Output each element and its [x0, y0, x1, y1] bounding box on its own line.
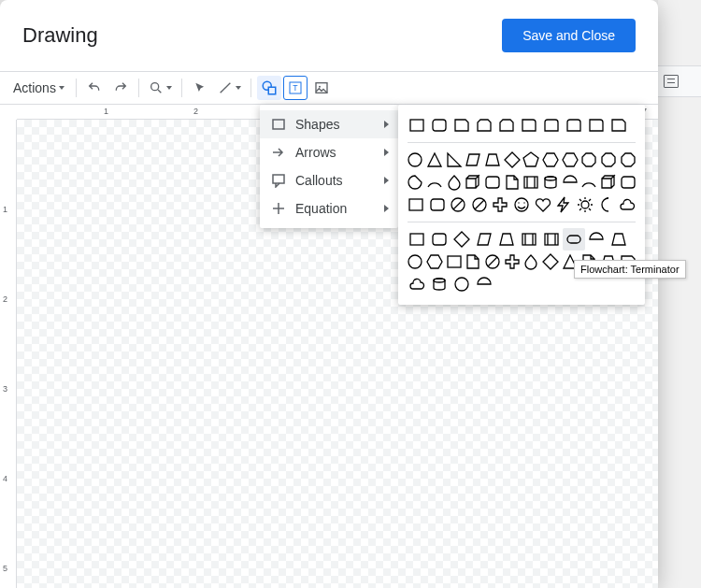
shape-option[interactable] — [448, 194, 469, 216]
shape-option[interactable] — [473, 114, 495, 136]
zoom-button[interactable] — [145, 76, 176, 100]
shape-option[interactable] — [425, 171, 445, 194]
shape-option[interactable] — [427, 194, 449, 216]
svg-point-13 — [408, 153, 422, 166]
shape-option[interactable] — [585, 114, 608, 136]
shape-option[interactable] — [579, 149, 599, 171]
shape-option[interactable] — [541, 149, 561, 171]
shape-category-menu: Shapes Arrows Callouts Equation — [260, 105, 398, 228]
menu-item-shapes[interactable]: Shapes — [260, 110, 398, 138]
shape-option[interactable] — [553, 194, 575, 216]
menu-item-equation[interactable]: Equation — [260, 194, 398, 222]
shape-option[interactable] — [451, 228, 473, 251]
shape-option[interactable] — [502, 171, 522, 194]
shape-option[interactable] — [541, 251, 561, 273]
save-and-close-button[interactable]: Save and Close — [502, 19, 636, 52]
svg-rect-15 — [524, 177, 537, 188]
shape-option[interactable] — [560, 149, 579, 171]
svg-rect-19 — [622, 177, 635, 188]
shape-option[interactable] — [574, 194, 595, 216]
undo-button[interactable] — [82, 76, 107, 100]
svg-line-1 — [158, 90, 161, 93]
shape-option[interactable] — [444, 251, 464, 273]
shape-option[interactable] — [444, 171, 464, 194]
svg-rect-21 — [431, 199, 444, 210]
shape-option[interactable] — [522, 149, 541, 171]
actions-menu-button[interactable]: Actions — [7, 76, 70, 100]
shape-option[interactable] — [618, 171, 637, 194]
image-tool-button[interactable] — [309, 76, 334, 100]
shape-option[interactable] — [483, 251, 503, 273]
docs-indent-decrease-button[interactable] — [664, 75, 679, 88]
select-tool-button[interactable] — [188, 76, 212, 100]
shape-option[interactable] — [495, 114, 518, 136]
shape-option[interactable] — [540, 228, 563, 251]
shape-option[interactable] — [428, 228, 451, 251]
submenu-arrow-icon — [384, 149, 389, 156]
svg-rect-31 — [433, 234, 446, 245]
shape-option[interactable] — [425, 251, 445, 273]
shape-option[interactable] — [473, 228, 495, 251]
shape-option[interactable] — [616, 194, 637, 216]
equation-icon — [271, 201, 286, 216]
shape-option[interactable] — [464, 149, 483, 171]
shape-option[interactable] — [406, 171, 425, 194]
shape-option[interactable] — [522, 251, 541, 273]
shape-option[interactable] — [425, 149, 445, 171]
svg-point-0 — [151, 83, 159, 91]
shape-option[interactable] — [540, 114, 563, 136]
line-tool-button[interactable] — [214, 76, 245, 100]
shape-option[interactable] — [608, 228, 630, 251]
shape-option[interactable] — [599, 149, 619, 171]
shape-option[interactable] — [618, 149, 637, 171]
shape-option[interactable] — [469, 194, 491, 216]
shape-option[interactable] — [532, 194, 553, 216]
shape-option[interactable] — [560, 171, 579, 194]
shape-option[interactable] — [444, 149, 464, 171]
shape-option[interactable] — [518, 228, 540, 251]
shape-option[interactable] — [599, 171, 619, 194]
shape-option[interactable] — [563, 114, 585, 136]
vertical-ruler: 12345 — [0, 120, 17, 588]
redo-button[interactable] — [108, 76, 133, 100]
textbox-tool-button[interactable]: T — [283, 76, 308, 100]
shape-option[interactable] — [428, 273, 451, 295]
shape-option[interactable] — [406, 149, 425, 171]
shape-option[interactable] — [608, 114, 630, 136]
menu-item-arrows[interactable]: Arrows — [260, 138, 398, 166]
shape-option[interactable] — [473, 273, 495, 295]
arrows-icon — [271, 145, 286, 160]
shape-option[interactable] — [490, 194, 511, 216]
shape-option[interactable] — [522, 171, 541, 194]
shape-option[interactable] — [579, 171, 599, 194]
shape-option[interactable] — [483, 149, 503, 171]
shape-option[interactable] — [518, 114, 540, 136]
shape-option[interactable] — [428, 114, 451, 136]
menu-item-callouts[interactable]: Callouts — [260, 166, 398, 194]
dialog-title: Drawing — [22, 23, 98, 48]
shape-option[interactable] — [502, 149, 522, 171]
shape-option[interactable] — [502, 251, 522, 273]
shape-option[interactable] — [511, 194, 533, 216]
svg-rect-10 — [273, 175, 284, 183]
shape-option[interactable] — [406, 251, 425, 273]
shape-option[interactable] — [406, 273, 428, 295]
shape-option[interactable] — [451, 114, 473, 136]
shape-option[interactable] — [595, 194, 617, 216]
shape-option[interactable] — [585, 228, 608, 251]
dropdown-icon — [236, 86, 241, 90]
shape-option[interactable] — [464, 251, 483, 273]
svg-rect-40 — [448, 256, 461, 267]
shape-option[interactable] — [563, 228, 585, 251]
shape-option[interactable] — [406, 114, 428, 136]
shape-option[interactable] — [495, 228, 518, 251]
shape-option[interactable] — [406, 194, 427, 216]
svg-point-27 — [518, 202, 519, 203]
svg-rect-32 — [522, 234, 536, 245]
shape-option[interactable] — [483, 171, 503, 194]
shape-option[interactable] — [451, 273, 473, 295]
shape-tool-button[interactable] — [257, 76, 281, 100]
shape-option[interactable] — [541, 171, 561, 194]
shape-option[interactable] — [406, 228, 428, 251]
shape-option[interactable] — [464, 171, 483, 194]
